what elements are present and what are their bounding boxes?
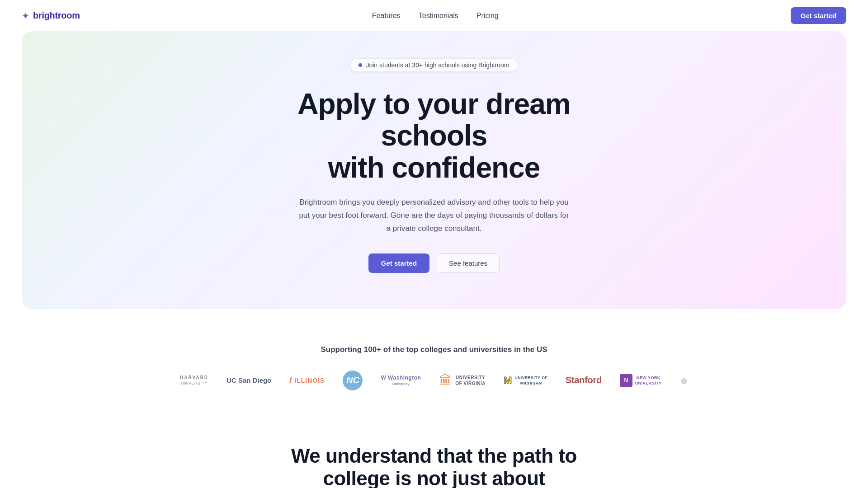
bottom-section: We understand that the path to college i… [0,408,868,488]
stanford-logo: Stanford [566,375,602,385]
hero-title: Apply to your dream schools with confide… [258,88,610,183]
badge-dot [359,63,362,67]
navbar: ✦ brightroom Features Testimonials Prici… [0,0,868,31]
unc-logo: NC [343,371,363,390]
hero-subtitle: Brightroom brings you deeply personalize… [298,196,570,235]
logo-icon: ✦ [22,10,29,21]
washington-logo: W Washington University [381,375,421,386]
badge-text: Join students at 30+ high schools using … [366,61,509,69]
logo-text: brightroom [33,10,80,21]
hero-section: Join students at 30+ high schools using … [22,31,846,309]
universities-title: Supporting 100+ of the top colleges and … [22,345,846,354]
logo-link[interactable]: ✦ brightroom [22,10,80,21]
universities-logos: HARVARD UNIVERSITY UC San Diego I ILLINO… [22,371,846,390]
nav-pricing[interactable]: Pricing [476,12,499,19]
michigan-logo: M UNIVERSITY OF MICHIGAN [504,375,547,386]
bottom-title: We understand that the path to college i… [267,445,601,488]
nyu-logo: N NEW YORK UNIVERSITY [620,374,662,387]
nav-links: Features Testimonials Pricing [372,12,499,20]
nav-features[interactable]: Features [372,12,401,19]
uva-logo: 🏛 UNIVERSITY OF VIRGINIA [439,373,486,388]
get-started-nav-button[interactable]: Get started [791,7,846,24]
ucsd-logo: UC San Diego [226,376,271,384]
get-started-hero-button[interactable]: Get started [368,253,429,273]
hero-badge: Join students at 30+ high schools using … [350,58,518,72]
hero-buttons: Get started See features [31,253,837,273]
universities-section: Supporting 100+ of the top colleges and … [0,327,868,408]
harvard-logo: HARVARD UNIVERSITY [180,375,208,385]
partial-logo: ● [680,373,688,388]
see-features-button[interactable]: See features [437,253,500,273]
illinois-logo: I ILLINOIS [289,375,325,385]
nav-testimonials[interactable]: Testimonials [419,12,458,19]
